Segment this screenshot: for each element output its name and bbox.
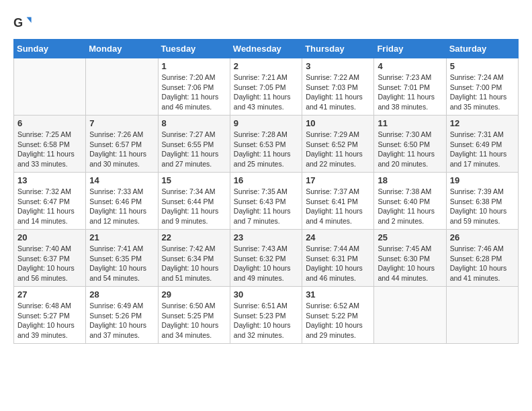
day-number: 10 [306, 118, 370, 128]
day-number: 9 [234, 118, 298, 128]
day-number: 27 [17, 289, 82, 300]
day-number: 30 [234, 289, 298, 300]
day-info: Sunrise: 6:48 AMSunset: 5:27 PMDaylight:… [17, 301, 82, 340]
calendar-cell: 31Sunrise: 6:52 AMSunset: 5:22 PMDayligh… [302, 287, 374, 344]
calendar-cell [86, 58, 158, 116]
calendar-cell: 16Sunrise: 7:35 AMSunset: 6:43 PMDayligh… [230, 173, 302, 230]
header-friday: Friday [374, 40, 446, 58]
calendar-week-5: 27Sunrise: 6:48 AMSunset: 5:27 PMDayligh… [14, 287, 519, 344]
logo: G [13, 13, 35, 32]
day-info: Sunrise: 7:42 AMSunset: 6:34 PMDaylight:… [162, 244, 226, 283]
day-info: Sunrise: 7:35 AMSunset: 6:43 PMDaylight:… [234, 187, 298, 226]
calendar-cell [14, 58, 86, 116]
calendar-cell: 25Sunrise: 7:45 AMSunset: 6:30 PMDayligh… [374, 230, 446, 287]
calendar-cell: 19Sunrise: 7:39 AMSunset: 6:38 PMDayligh… [446, 173, 518, 230]
calendar-cell: 12Sunrise: 7:31 AMSunset: 6:49 PMDayligh… [446, 116, 518, 173]
calendar-cell: 9Sunrise: 7:28 AMSunset: 6:53 PMDaylight… [230, 116, 302, 173]
calendar-cell: 10Sunrise: 7:29 AMSunset: 6:52 PMDayligh… [302, 116, 374, 173]
day-number: 29 [162, 289, 226, 300]
calendar-cell: 28Sunrise: 6:49 AMSunset: 5:26 PMDayligh… [86, 287, 158, 344]
day-number: 5 [450, 61, 515, 71]
day-info: Sunrise: 7:21 AMSunset: 7:05 PMDaylight:… [234, 73, 298, 112]
day-info: Sunrise: 7:20 AMSunset: 7:06 PMDaylight:… [162, 73, 226, 112]
day-info: Sunrise: 7:25 AMSunset: 6:58 PMDaylight:… [17, 130, 82, 169]
day-number: 21 [89, 232, 154, 242]
calendar-cell: 8Sunrise: 7:27 AMSunset: 6:55 PMDaylight… [158, 116, 230, 173]
calendar-cell: 15Sunrise: 7:34 AMSunset: 6:44 PMDayligh… [158, 173, 230, 230]
day-number: 19 [450, 175, 515, 185]
calendar-cell: 22Sunrise: 7:42 AMSunset: 6:34 PMDayligh… [158, 230, 230, 287]
day-info: Sunrise: 7:44 AMSunset: 6:31 PMDaylight:… [306, 244, 370, 283]
day-info: Sunrise: 7:45 AMSunset: 6:30 PMDaylight:… [378, 244, 442, 283]
day-number: 3 [306, 61, 370, 71]
svg-text:G: G [13, 16, 23, 30]
calendar-cell: 2Sunrise: 7:21 AMSunset: 7:05 PMDaylight… [230, 58, 302, 116]
day-info: Sunrise: 7:29 AMSunset: 6:52 PMDaylight:… [306, 130, 370, 169]
header-wednesday: Wednesday [230, 40, 302, 58]
calendar-cell: 1Sunrise: 7:20 AMSunset: 7:06 PMDaylight… [158, 58, 230, 116]
day-info: Sunrise: 7:24 AMSunset: 7:00 PMDaylight:… [450, 73, 515, 112]
calendar-cell: 7Sunrise: 7:26 AMSunset: 6:57 PMDaylight… [86, 116, 158, 173]
calendar-week-1: 1Sunrise: 7:20 AMSunset: 7:06 PMDaylight… [14, 58, 519, 116]
day-info: Sunrise: 7:30 AMSunset: 6:50 PMDaylight:… [378, 130, 442, 169]
day-number: 11 [378, 118, 442, 128]
calendar-cell: 21Sunrise: 7:41 AMSunset: 6:35 PMDayligh… [86, 230, 158, 287]
day-number: 7 [89, 118, 154, 128]
header-sunday: Sunday [14, 40, 86, 58]
day-info: Sunrise: 6:49 AMSunset: 5:26 PMDaylight:… [89, 301, 154, 340]
day-number: 31 [306, 289, 370, 300]
day-info: Sunrise: 7:38 AMSunset: 6:40 PMDaylight:… [378, 187, 442, 226]
day-number: 13 [17, 175, 82, 185]
day-number: 16 [234, 175, 298, 185]
day-info: Sunrise: 7:32 AMSunset: 6:47 PMDaylight:… [17, 187, 82, 226]
svg-marker-1 [27, 17, 32, 23]
calendar-cell: 24Sunrise: 7:44 AMSunset: 6:31 PMDayligh… [302, 230, 374, 287]
header-thursday: Thursday [302, 40, 374, 58]
day-number: 6 [17, 118, 82, 128]
calendar-cell: 20Sunrise: 7:40 AMSunset: 6:37 PMDayligh… [14, 230, 86, 287]
logo-icon: G [13, 13, 32, 32]
day-info: Sunrise: 7:23 AMSunset: 7:01 PMDaylight:… [378, 73, 442, 112]
calendar-cell: 27Sunrise: 6:48 AMSunset: 5:27 PMDayligh… [14, 287, 86, 344]
calendar-cell: 18Sunrise: 7:38 AMSunset: 6:40 PMDayligh… [374, 173, 446, 230]
day-number: 4 [378, 61, 442, 71]
day-number: 23 [234, 232, 298, 242]
calendar-cell: 4Sunrise: 7:23 AMSunset: 7:01 PMDaylight… [374, 58, 446, 116]
day-info: Sunrise: 7:26 AMSunset: 6:57 PMDaylight:… [89, 130, 154, 169]
day-number: 2 [234, 61, 298, 71]
day-number: 1 [162, 61, 226, 71]
day-info: Sunrise: 7:37 AMSunset: 6:41 PMDaylight:… [306, 187, 370, 226]
day-number: 22 [162, 232, 226, 242]
calendar-cell: 13Sunrise: 7:32 AMSunset: 6:47 PMDayligh… [14, 173, 86, 230]
day-info: Sunrise: 7:22 AMSunset: 7:03 PMDaylight:… [306, 73, 370, 112]
calendar-header-row: SundayMondayTuesdayWednesdayThursdayFrid… [14, 40, 519, 58]
day-info: Sunrise: 7:31 AMSunset: 6:49 PMDaylight:… [450, 130, 515, 169]
day-number: 26 [450, 232, 515, 242]
day-info: Sunrise: 6:52 AMSunset: 5:22 PMDaylight:… [306, 301, 370, 340]
day-number: 8 [162, 118, 226, 128]
calendar-cell [446, 287, 518, 344]
calendar-week-2: 6Sunrise: 7:25 AMSunset: 6:58 PMDaylight… [14, 116, 519, 173]
calendar-cell: 6Sunrise: 7:25 AMSunset: 6:58 PMDaylight… [14, 116, 86, 173]
day-info: Sunrise: 7:41 AMSunset: 6:35 PMDaylight:… [89, 244, 154, 283]
day-number: 24 [306, 232, 370, 242]
page-header: G [13, 13, 519, 32]
day-info: Sunrise: 7:33 AMSunset: 6:46 PMDaylight:… [89, 187, 154, 226]
day-number: 17 [306, 175, 370, 185]
day-info: Sunrise: 7:40 AMSunset: 6:37 PMDaylight:… [17, 244, 82, 283]
day-info: Sunrise: 7:46 AMSunset: 6:28 PMDaylight:… [450, 244, 515, 283]
day-info: Sunrise: 7:43 AMSunset: 6:32 PMDaylight:… [234, 244, 298, 283]
calendar-cell: 17Sunrise: 7:37 AMSunset: 6:41 PMDayligh… [302, 173, 374, 230]
day-info: Sunrise: 7:27 AMSunset: 6:55 PMDaylight:… [162, 130, 226, 169]
header-saturday: Saturday [446, 40, 518, 58]
header-monday: Monday [86, 40, 158, 58]
day-number: 12 [450, 118, 515, 128]
calendar-cell: 11Sunrise: 7:30 AMSunset: 6:50 PMDayligh… [374, 116, 446, 173]
day-number: 14 [89, 175, 154, 185]
day-info: Sunrise: 7:28 AMSunset: 6:53 PMDaylight:… [234, 130, 298, 169]
calendar-week-4: 20Sunrise: 7:40 AMSunset: 6:37 PMDayligh… [14, 230, 519, 287]
day-number: 25 [378, 232, 442, 242]
day-number: 18 [378, 175, 442, 185]
calendar-cell: 26Sunrise: 7:46 AMSunset: 6:28 PMDayligh… [446, 230, 518, 287]
calendar-cell: 23Sunrise: 7:43 AMSunset: 6:32 PMDayligh… [230, 230, 302, 287]
